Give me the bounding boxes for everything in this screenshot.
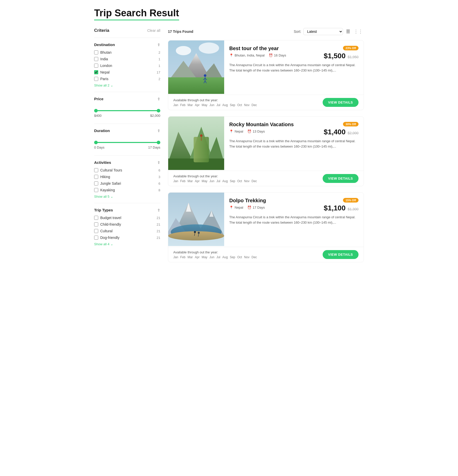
filter-item: Hiking3 [94, 175, 160, 179]
price-range-thumb-left[interactable] [94, 109, 98, 112]
results-count: 17 Trips Found [168, 30, 193, 34]
trip-description: The Annapurna Circuit is a trek within t… [229, 215, 359, 225]
filter-item-label: London [100, 64, 156, 68]
filter-checkbox[interactable] [94, 188, 98, 192]
filter-checkbox[interactable] [94, 57, 98, 61]
trip-description: The Annapurna Circuit is a trek within t… [229, 63, 359, 73]
trip-types-chevron-icon: ⇧ [157, 208, 160, 212]
results-sort: Sort: LatestPrice: Low to HighPrice: Hig… [294, 28, 364, 35]
trip-price-original: $1,950 [348, 55, 359, 59]
filter-item-count: 17 [157, 70, 160, 74]
filter-item-label: India [100, 57, 156, 61]
filter-item: Dog-friendly21 [94, 236, 160, 240]
price-filter-header[interactable]: Price ⇧ [94, 97, 160, 101]
trip-card-footer: Available through out the year: JanFebMa… [168, 95, 364, 110]
activities-filter: Activities ⇧ Cultural Tours6Hiking3Jungl… [94, 155, 160, 203]
price-filter: Price ⇧ $400 $2,000 [94, 92, 160, 124]
price-range-wrapper: $400 $2,000 [94, 105, 160, 119]
activities-show-all[interactable]: Show all 5 ⌄ [94, 195, 160, 198]
filter-item-count: 3 [159, 175, 160, 179]
location-icon: 📍 [229, 129, 233, 133]
month-tag: Jun [209, 103, 214, 107]
view-details-button[interactable]: VIEW DETAILS [323, 98, 359, 107]
location-icon: 📍 [229, 206, 233, 209]
trip-types-filter-header[interactable]: Trip Types ⇧ [94, 208, 160, 212]
filter-checkbox[interactable] [94, 168, 98, 172]
duration-filter-header[interactable]: Duration ⇧ [94, 128, 160, 133]
duration-range-track[interactable] [94, 142, 160, 143]
view-icons: ☰ ⋮⋮ [345, 28, 364, 35]
filter-checkbox[interactable] [94, 77, 98, 81]
filter-checkbox[interactable] [94, 236, 98, 240]
filter-item-label: Child-friendly [100, 222, 155, 226]
destination-filter-title: Destination [94, 42, 115, 47]
filter-item-count: 21 [157, 216, 160, 220]
duration-range-thumb-left[interactable] [94, 141, 98, 144]
filter-checkbox[interactable] [94, 64, 98, 68]
filter-checkbox[interactable] [94, 229, 98, 233]
month-tag: Mar [188, 179, 193, 183]
svg-rect-4 [168, 77, 224, 94]
svg-point-7 [204, 74, 206, 77]
duration-max-label: 17 Days [148, 146, 160, 149]
activities-filter-items: Cultural Tours6Hiking3Jungle Safari6Kaya… [94, 168, 160, 192]
filter-item-count: 1 [159, 57, 160, 61]
grid-view-icon[interactable]: ⋮⋮ [353, 28, 364, 35]
trip-price-box: 15% Off $1,100 $1,300 [324, 198, 359, 212]
duration-filter: Duration ⇧ 0 Days 17 Days [94, 124, 160, 155]
filter-checkbox[interactable] [94, 175, 98, 179]
month-tag: Nov [244, 103, 249, 107]
trip-price-current: $1,100 [324, 204, 346, 212]
trip-types-show-all[interactable]: Show all 4 ⌄ [94, 242, 160, 246]
price-range-thumb-right[interactable] [157, 109, 160, 112]
activities-filter-header[interactable]: Activities ⇧ [94, 160, 160, 165]
month-tag: Jun [209, 179, 214, 183]
activities-filter-title: Activities [94, 160, 111, 165]
sort-label: Sort: [294, 30, 301, 34]
page-title: Trip Search Result [94, 8, 179, 20]
month-tag: Feb [180, 255, 185, 259]
filter-checkbox[interactable] [94, 50, 98, 54]
destination-show-all[interactable]: Show all 2 ⌄ [94, 83, 160, 87]
destination-filter: Destination ⇧ Bhutan2India1London1Nepal1… [94, 38, 160, 92]
trip-types-filter: Trip Types ⇧ Budget travel21Child-friend… [94, 203, 160, 251]
sort-select[interactable]: LatestPrice: Low to HighPrice: High to L… [303, 28, 343, 35]
trip-card-body: Best tour of the year 📍 Bhutan, India, N… [224, 40, 364, 95]
month-tag: May [202, 103, 207, 107]
activities-chevron-down-icon: ⌄ [110, 195, 113, 198]
trip-price-current: $1,400 [324, 128, 346, 136]
svg-point-27 [194, 231, 196, 233]
results-count-number: 17 [168, 30, 173, 34]
duration-range-thumb-right[interactable] [157, 141, 160, 144]
month-tag: Jul [216, 179, 220, 183]
month-tag: Oct [237, 179, 242, 183]
month-tag: Oct [237, 103, 242, 107]
month-tag: Aug [222, 103, 228, 107]
filter-checkbox[interactable] [94, 222, 98, 226]
month-tag: Sep [230, 103, 235, 107]
destination-filter-header[interactable]: Destination ⇧ [94, 42, 160, 47]
clear-all-link[interactable]: Clear all [147, 28, 160, 33]
filter-item: Paris2 [94, 77, 160, 81]
filter-item-label: Kayaking [100, 188, 156, 192]
duration-min-label: 0 Days [94, 146, 104, 149]
filter-item: India1 [94, 57, 160, 61]
month-tag: Aug [222, 255, 228, 259]
filter-checkbox[interactable] [94, 181, 98, 185]
chevron-down-icon: ⌄ [110, 83, 113, 87]
trip-types-filter-items: Budget travel21Child-friendly21Cultural2… [94, 216, 160, 240]
filter-item: Nepal17 [94, 70, 160, 74]
trip-card-footer: Available through out the year: JanFebMa… [168, 171, 364, 186]
price-range-track[interactable] [94, 110, 160, 111]
view-details-button[interactable]: VIEW DETAILS [323, 174, 359, 183]
view-details-button[interactable]: VIEW DETAILS [323, 250, 359, 259]
filter-item-label: Budget travel [100, 216, 155, 220]
trip-cards-container: Best tour of the year 📍 Bhutan, India, N… [168, 40, 364, 262]
filter-checkbox[interactable] [94, 70, 98, 74]
month-tag: Dec [252, 103, 257, 107]
filter-item-count: 6 [159, 168, 160, 172]
filter-item: Cultural21 [94, 229, 160, 233]
svg-point-19 [200, 134, 203, 137]
filter-checkbox[interactable] [94, 216, 98, 220]
list-view-icon[interactable]: ☰ [345, 28, 351, 35]
